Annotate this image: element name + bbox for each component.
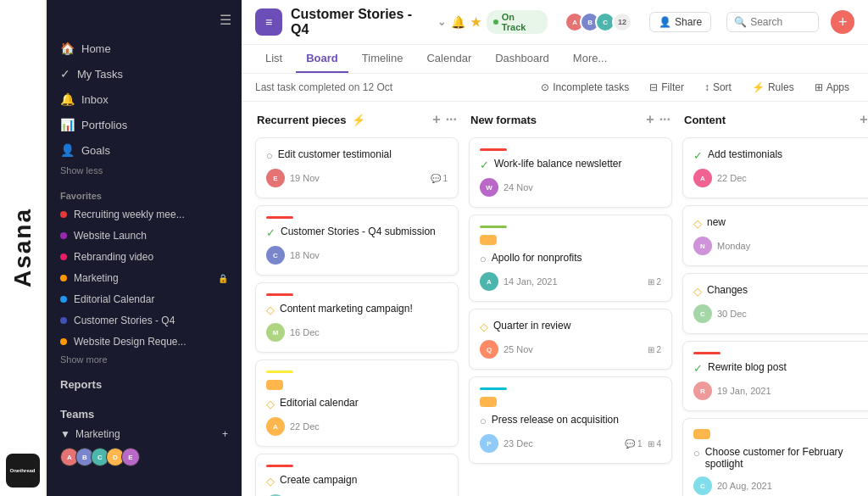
card-check-icon[interactable]: ✓ — [693, 362, 703, 375]
sidebar-favorite-item[interactable]: Website Launch — [53, 226, 235, 246]
sort-btn[interactable]: ↕ Sort — [699, 79, 737, 96]
tab-more[interactable]: More... — [563, 45, 617, 73]
brand-logo: Onethread — [6, 454, 40, 488]
card-check-icon[interactable]: ◇ — [266, 304, 275, 316]
card-check-icon[interactable]: ✓ — [693, 149, 703, 162]
card-date: 16 Dec — [290, 327, 448, 337]
card-check-icon[interactable]: ○ — [480, 253, 487, 265]
card-avatar: Q — [480, 340, 498, 359]
star-icon[interactable]: ★ — [470, 15, 481, 29]
sidebar-item-label: My Tasks — [77, 68, 123, 81]
add-button[interactable]: + — [831, 10, 854, 34]
filter-label: Filter — [661, 81, 684, 93]
task-card[interactable]: ◇ Create campaign B — [255, 454, 459, 496]
my-tasks-icon: ✓ — [60, 67, 70, 81]
card-footer: C 18 Nov — [266, 246, 448, 265]
menu-icon[interactable]: ☰ — [220, 12, 231, 28]
favorite-dot — [60, 254, 67, 260]
task-card[interactable]: ◇ Content marketing campaign! M 16 Dec — [255, 282, 459, 353]
tab-calendar[interactable]: Calendar — [416, 45, 481, 73]
favorite-dot — [60, 211, 67, 218]
tab-list[interactable]: List — [255, 45, 292, 73]
card-check-icon[interactable]: ✓ — [266, 226, 275, 239]
favorite-label: Website Design Reque... — [74, 336, 186, 348]
card-date: 20 Aug, 2021 — [717, 481, 868, 491]
task-card[interactable]: ✓ Add testimonials A 22 Dec — [682, 137, 868, 198]
task-card[interactable]: ○ Apollo for nonprofits A 14 Jan, 2021 ⊞… — [469, 215, 672, 302]
sidebar-item-home[interactable]: 🏠Home — [53, 36, 235, 60]
task-card[interactable]: ◇ Quarter in review Q 25 Nov ⊞ 2 — [469, 309, 672, 370]
card-title: ✓ Rewrite blog post — [693, 361, 868, 375]
chevron-icon[interactable]: ⌄ — [437, 16, 446, 28]
card-check-icon[interactable]: ✓ — [480, 159, 489, 171]
home-icon: 🏠 — [60, 42, 75, 55]
sidebar-item-goals[interactable]: 👤Goals — [53, 138, 235, 162]
card-check-icon[interactable]: ◇ — [693, 217, 702, 230]
task-card[interactable]: ✓ Work-life balance newsletter W 24 Nov — [469, 137, 672, 208]
apps-btn[interactable]: ⊞ Apps — [810, 79, 854, 96]
sidebar-favorite-item[interactable]: Editorial Calendar — [53, 289, 235, 309]
toolbar: Last task completed on 12 Oct ⊙ Incomple… — [242, 74, 868, 102]
incomplete-tasks-btn[interactable]: ⊙ Incomplete tasks — [536, 79, 634, 96]
add-team-icon[interactable]: + — [222, 428, 228, 440]
team-marketing[interactable]: ▼Marketing+ — [60, 426, 228, 443]
filter-btn[interactable]: ⊟ Filter — [644, 79, 689, 96]
card-check-icon[interactable]: ◇ — [693, 285, 702, 298]
rules-btn[interactable]: ⚡ Rules — [747, 79, 799, 96]
topbar: ≡ Customer Stories - Q4 ⌄ 🔔 ★ On Track A… — [242, 0, 868, 45]
share-button[interactable]: 👤 Share — [649, 12, 711, 32]
add-card-icon[interactable]: + — [432, 112, 440, 127]
card-footer: A 14 Jan, 2021 ⊞ 2 — [480, 272, 661, 291]
favorite-dot — [60, 317, 67, 324]
card-footer: E 19 Nov 💬 1 — [266, 169, 448, 187]
share-person-icon: 👤 — [659, 16, 671, 28]
task-card[interactable]: ✓ Customer Stories - Q4 submission C 18 … — [255, 205, 459, 276]
favorite-label: Recruiting weekly mee... — [74, 209, 185, 220]
show-less-link[interactable]: Show less — [47, 164, 242, 182]
task-card[interactable]: ◇ Editorial calendar A 22 Dec — [255, 359, 459, 447]
column-menu-icon[interactable]: ··· — [659, 112, 670, 127]
column-header: Content+··· — [682, 112, 868, 131]
card-check-icon[interactable]: ◇ — [480, 320, 488, 333]
task-card[interactable]: ○ Press release on acquisition P 23 Dec … — [469, 376, 672, 464]
card-check-icon[interactable]: ○ — [266, 149, 273, 162]
card-title: ○ Choose customer for February spotlight — [693, 446, 868, 470]
add-card-icon[interactable]: + — [860, 112, 867, 127]
card-title: ✓ Work-life balance newsletter — [480, 158, 661, 171]
sidebar-favorite-item[interactable]: Marketing🔒 — [53, 268, 235, 288]
task-card[interactable]: ◇ new N Monday — [682, 205, 868, 266]
sidebar-favorite-item[interactable]: Customer Stories - Q4 — [53, 310, 235, 331]
sidebar-favorite-item[interactable]: Website Design Reque... — [53, 332, 235, 352]
column-recurrent: Recurrent pieces⚡+··· ○ Edit customer te… — [255, 112, 459, 486]
sidebar-item-inbox[interactable]: 🔔Inbox — [53, 87, 235, 111]
card-comment: 💬 1 — [625, 439, 642, 449]
task-card[interactable]: ✓ Rewrite blog post R 19 Jan, 2021 — [682, 341, 868, 411]
search-box[interactable]: 🔍 — [726, 12, 819, 32]
card-check-icon[interactable]: ◇ — [266, 398, 275, 410]
card-check-icon[interactable]: ○ — [480, 415, 487, 427]
sort-icon: ↕ — [704, 81, 709, 93]
sidebar-item-portfolios[interactable]: 📊Portfolios — [53, 113, 235, 137]
task-card[interactable]: ○ Edit customer testimonial E 19 Nov 💬 1 — [255, 137, 459, 198]
nav-tabs: ListBoardTimelineCalendarDashboardMore..… — [242, 45, 868, 74]
task-card[interactable]: ◇ Changes C 30 Dec — [682, 273, 868, 334]
card-footer: W 24 Nov — [480, 178, 661, 197]
sidebar-item-my-tasks[interactable]: ✓My Tasks — [53, 62, 235, 86]
portfolios-icon: 📊 — [60, 118, 75, 131]
team-name: Marketing — [75, 428, 120, 440]
card-title: ◇ Editorial calendar — [266, 397, 448, 410]
card-check-icon[interactable]: ○ — [693, 447, 700, 460]
tab-timeline[interactable]: Timeline — [352, 45, 414, 73]
card-check-icon[interactable]: ◇ — [266, 475, 275, 488]
sidebar-favorite-item[interactable]: Recruiting weekly mee... — [53, 204, 235, 225]
tab-dashboard[interactable]: Dashboard — [485, 45, 559, 73]
tab-board[interactable]: Board — [296, 45, 348, 73]
task-card[interactable]: ○ Choose customer for February spotlight… — [682, 418, 868, 496]
search-input[interactable] — [750, 16, 810, 28]
add-card-icon[interactable]: + — [646, 112, 654, 127]
show-more-link[interactable]: Show more — [47, 353, 242, 371]
card-title-text: Choose customer for February spotlight — [705, 446, 868, 470]
card-title-text: Quarter in review — [493, 320, 570, 332]
sidebar-favorite-item[interactable]: Rebranding video — [53, 247, 235, 267]
column-menu-icon[interactable]: ··· — [446, 112, 457, 127]
